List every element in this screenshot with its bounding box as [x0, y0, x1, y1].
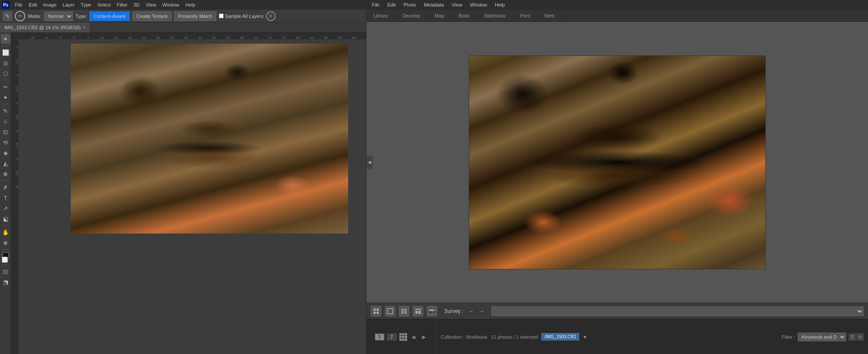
lr-prev-photo-btn[interactable]: ◄: [410, 333, 418, 341]
lr-tab-print[interactable]: Print: [513, 10, 538, 21]
ps-menubar: Ps File Edit Image Layer Type Select Fil…: [0, 0, 366, 10]
ps-mode-label: Mode:: [28, 14, 41, 19]
lr-tab-slideshow[interactable]: Slideshow: [477, 10, 513, 21]
lr-compare-view-btn[interactable]: [399, 306, 409, 316]
ps-tool-move[interactable]: ✦: [1, 34, 10, 44]
lr-filmstrip-top: 1 2 ◄ ►: [375, 333, 428, 341]
ps-healing-brush-icon[interactable]: ✎: [3, 11, 12, 21]
ps-menu-layer[interactable]: Layer: [60, 1, 77, 8]
ps-menu-filter[interactable]: Filter: [114, 1, 130, 8]
ps-tool-path-select[interactable]: ↗: [1, 203, 10, 213]
lr-module-tabs: Library Develop Map Book Slideshow Print…: [367, 10, 868, 22]
ps-menu-view[interactable]: View: [143, 1, 159, 8]
ps-tool-history-brush[interactable]: ⟲: [1, 137, 10, 147]
ps-background-color[interactable]: [2, 257, 8, 263]
ps-document-tab[interactable]: IMG_1503.CR2 @ 14.1% (RGB/16) ×: [0, 23, 90, 32]
lr-page2-btn[interactable]: 2: [387, 333, 397, 340]
lr-camera-btn[interactable]: 📷: [427, 306, 437, 316]
ps-tool-lasso[interactable]: ◎: [1, 58, 10, 68]
ps-tool-screen-mode[interactable]: ⬔: [1, 277, 10, 287]
lr-grid-view-btn[interactable]: [371, 306, 381, 316]
svg-rect-1: [377, 309, 379, 311]
ps-tool-gradient[interactable]: ◭: [1, 158, 10, 168]
lr-menu-library[interactable]: Photo: [400, 1, 420, 8]
ps-create-texture-btn[interactable]: Create Texture: [132, 11, 172, 21]
ps-sample-all-label[interactable]: Sample All Layers: [219, 14, 263, 19]
lr-tab-library[interactable]: Library: [367, 10, 396, 21]
svg-rect-9: [419, 309, 421, 310]
lr-survey-dropdown[interactable]: [491, 306, 864, 316]
svg-rect-5: [401, 309, 404, 314]
ps-ruler-horizontal: -15 -10 -5 0 5 10 15 20 25 30 35 40 45 5…: [11, 32, 366, 39]
svg-rect-7: [415, 309, 417, 310]
ps-tool-zoom[interactable]: ⊕: [1, 238, 10, 247]
ps-tool-hand[interactable]: ✋: [1, 227, 10, 237]
lr-tab-develop[interactable]: Develop: [396, 10, 428, 21]
lr-filename-dropdown-indicator[interactable]: ▼: [583, 334, 588, 340]
lr-tab-map[interactable]: Map: [428, 10, 451, 21]
ps-canvas-scroll: 1 1.5 2 2.5 3 3.5 4 4.5 5 5.5 6: [11, 39, 366, 354]
ps-tool-pen[interactable]: ✗: [1, 182, 10, 192]
lr-survey-prev-btn[interactable]: ←: [467, 307, 476, 316]
lr-page1-btn[interactable]: 1: [375, 333, 384, 340]
lr-loupe-view-btn[interactable]: [385, 306, 395, 316]
ps-tool-brush[interactable]: ⊹: [1, 117, 10, 126]
lr-filmstrip-grid-icon[interactable]: [399, 333, 407, 341]
svg-rect-4: [387, 309, 393, 314]
ps-menu-image[interactable]: Image: [41, 1, 59, 8]
ps-sample-all-checkbox[interactable]: [219, 14, 224, 18]
lr-collection-info: Collection : Workbook 11 photos / 1 sele…: [436, 333, 782, 340]
lr-filter-icon-btn-1[interactable]: ☰: [849, 333, 856, 340]
lr-filter-dropdown[interactable]: Keywords and D: [798, 333, 846, 341]
ps-tool-spot-healing[interactable]: ✎: [1, 106, 10, 116]
lr-menu-view[interactable]: Window: [467, 1, 491, 8]
ps-menu-file[interactable]: File: [12, 1, 25, 8]
lr-collection-prefix-text: Collection : Workbook: [441, 334, 488, 340]
lr-menu-photo[interactable]: Metadata: [420, 1, 447, 8]
ps-menu-3d[interactable]: 3D: [131, 1, 142, 8]
ps-menu-window[interactable]: Window: [159, 1, 182, 8]
ps-app-icon: Ps: [2, 1, 10, 9]
lr-photo-count-text: 11 photos / 1 selected: [491, 334, 538, 340]
lr-filter-icon-btn-2[interactable]: ⊟: [857, 333, 864, 340]
ps-tool-mask[interactable]: ⊡: [1, 267, 10, 276]
ps-main-area: ✦ ⬜ ◎ ⬡ ✂ ✦ ✎ ⊹ ⊡ ⟲ ◈ ◭ ⊕ ✗ T ↗ ⬕ ✋ ⊕: [0, 32, 366, 354]
ps-tool-eraser[interactable]: ◈: [1, 148, 10, 158]
ps-mode-select[interactable]: Normal: [44, 11, 73, 21]
lr-menu-window[interactable]: Help: [491, 1, 508, 8]
lightroom-panel: File Edit Photo Metadata View Window Hel…: [366, 0, 868, 354]
lr-tab-web[interactable]: Web: [537, 10, 561, 21]
lr-next-photo-btn[interactable]: ►: [420, 333, 428, 341]
ps-content-aware-btn[interactable]: Content-Aware: [90, 11, 129, 21]
ps-tool-type[interactable]: T: [1, 193, 10, 203]
svg-rect-11: [418, 311, 421, 314]
lr-menu-edit[interactable]: Edit: [384, 1, 399, 8]
lr-menu-file[interactable]: File: [368, 1, 383, 8]
lr-tab-book[interactable]: Book: [451, 10, 477, 21]
svg-rect-10: [415, 311, 418, 314]
lr-menu-metadata[interactable]: View: [448, 1, 466, 8]
ps-tool-quick-select[interactable]: ⬡: [1, 69, 10, 78]
ps-menu-edit[interactable]: Edit: [26, 1, 40, 8]
ps-proximity-match-btn[interactable]: Proximity Match: [174, 11, 216, 21]
lr-main-image-container: [469, 55, 766, 269]
lr-filename-text: /IMG_1503.CR2: [541, 333, 579, 340]
lr-survey-next-btn[interactable]: →: [477, 307, 486, 316]
ps-tool-clone-stamp[interactable]: ⊡: [1, 127, 10, 137]
ps-tab-close-btn[interactable]: ×: [83, 25, 86, 30]
ps-tool-marquee[interactable]: ⬜: [1, 48, 10, 57]
ps-menu-select[interactable]: Select: [95, 1, 114, 8]
ps-canvas-container[interactable]: [18, 39, 366, 354]
ps-tool-shape[interactable]: ⬕: [1, 214, 10, 223]
svg-rect-0: [373, 309, 376, 311]
ps-menu-help[interactable]: Help: [183, 1, 198, 8]
lr-survey-arrows: ← →: [467, 307, 486, 316]
lr-collapse-left-btn[interactable]: ◀: [367, 156, 373, 169]
ps-tool-eyedropper[interactable]: ✦: [1, 93, 10, 102]
lr-survey-view-btn[interactable]: [413, 306, 423, 316]
svg-rect-8: [417, 309, 418, 310]
ps-menu-type[interactable]: Type: [78, 1, 94, 8]
ps-tool-crop[interactable]: ✂: [1, 82, 10, 92]
ps-tool-dodge[interactable]: ⊕: [1, 169, 10, 179]
ps-settings-circle-btn[interactable]: ⚙: [266, 11, 276, 21]
